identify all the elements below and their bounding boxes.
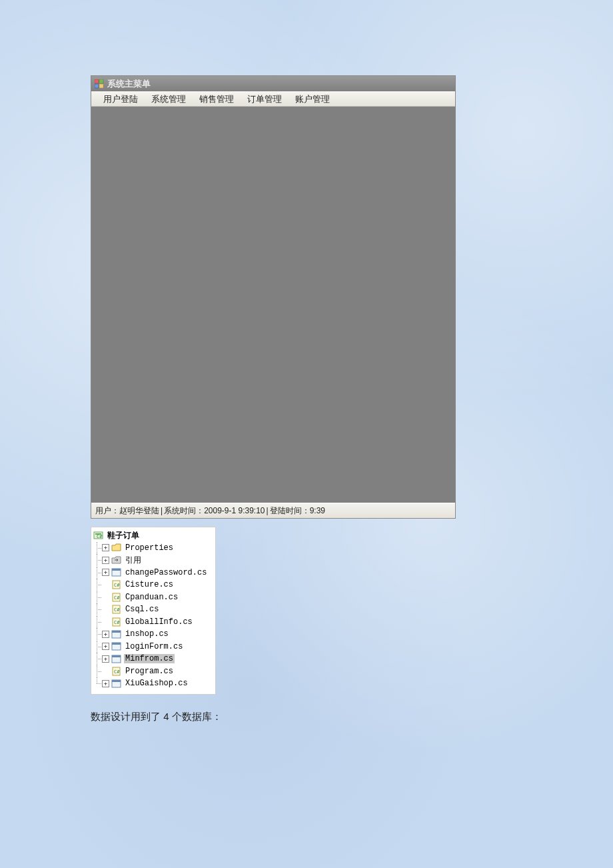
- svg-rect-3: [99, 84, 103, 88]
- tree-branch-line: [93, 554, 102, 566]
- svg-text:C#: C#: [114, 583, 120, 588]
- expand-placeholder: [102, 606, 109, 613]
- svg-text:C#: C#: [114, 595, 120, 601]
- tree-item-label: inshop.cs: [124, 629, 170, 639]
- tree-item[interactable]: C#Cisture.cs: [93, 579, 214, 591]
- tree-item-label: Cisture.cs: [124, 580, 175, 589]
- form-icon: [111, 642, 122, 651]
- tree-item-label: Minfrom.cs: [124, 654, 175, 663]
- window-title: 系统主菜单: [107, 78, 151, 90]
- tree-item-label: Properties: [124, 543, 175, 553]
- main-window: 系统主菜单 用户登陆 系统管理 销售管理 订单管理 账户管理 用户：赵明华登陆 …: [91, 75, 456, 519]
- cs-icon: C#: [111, 667, 122, 676]
- tree-item[interactable]: +Properties: [93, 542, 214, 555]
- tree-item-label: 引用: [124, 555, 143, 566]
- tree-root[interactable]: C# 鞋子订单: [93, 529, 214, 542]
- form-icon: [111, 629, 122, 639]
- folder-icon: [111, 543, 122, 553]
- status-user: 用户：赵明华登陆: [95, 505, 159, 517]
- tree-item[interactable]: +Minfrom.cs: [93, 653, 214, 665]
- menu-user-login[interactable]: 用户登陆: [97, 92, 145, 107]
- expand-placeholder: [102, 581, 109, 589]
- tree-item[interactable]: C#GloballInfo.cs: [93, 616, 214, 629]
- svg-rect-0: [95, 79, 99, 83]
- tree-branch-line: [93, 665, 102, 677]
- tree-item-label: Program.cs: [124, 667, 175, 676]
- form-icon: [111, 654, 122, 663]
- svg-text:C#: C#: [97, 534, 103, 539]
- window-icon: [94, 79, 105, 89]
- menu-sales-manage[interactable]: 销售管理: [193, 92, 241, 107]
- cs-icon: C#: [111, 605, 122, 614]
- tree-item-label: GloballInfo.cs: [124, 617, 194, 627]
- cs-icon: C#: [111, 617, 122, 627]
- tree-branch-line: [93, 653, 102, 665]
- tree-item-label: changePassword.cs: [124, 568, 208, 577]
- svg-rect-20: [112, 643, 121, 645]
- expand-icon[interactable]: +: [102, 655, 109, 663]
- tree-branch-line: [93, 603, 102, 615]
- svg-text:C#: C#: [114, 607, 120, 613]
- svg-rect-26: [112, 680, 121, 682]
- status-sep: |: [267, 506, 269, 515]
- tree-item[interactable]: C#Csql.cs: [93, 603, 214, 616]
- tree-branch-line: [93, 567, 102, 579]
- ref-icon: [111, 555, 122, 565]
- tree-branch-line: [93, 616, 102, 628]
- expand-placeholder: [102, 593, 109, 601]
- body-text: 数据设计用到了 4 个数据库：: [91, 711, 222, 723]
- form-icon: [111, 679, 122, 688]
- tree-branch-line: [93, 591, 102, 603]
- tree-item[interactable]: +引用: [93, 554, 214, 567]
- menu-bar: 用户登陆 系统管理 销售管理 订单管理 账户管理: [91, 91, 455, 107]
- mdi-client-area: [91, 107, 455, 503]
- tree-item-label: Cpanduan.cs: [124, 593, 179, 602]
- expand-placeholder: [102, 667, 109, 675]
- status-systime: 系统时间：2009-9-1 9:39:10: [164, 505, 265, 517]
- expand-icon[interactable]: +: [102, 631, 109, 638]
- tree-branch-line: [93, 641, 102, 653]
- form-icon: [111, 568, 122, 577]
- tree-root-label: 鞋子订单: [106, 530, 141, 541]
- status-sep: |: [161, 506, 163, 515]
- tree-item[interactable]: +changePassword.cs: [93, 567, 214, 579]
- tree-item-label: loginForm.cs: [124, 642, 184, 651]
- tree-item[interactable]: +XiuGaishop.cs: [93, 677, 214, 690]
- expand-icon[interactable]: +: [102, 643, 109, 650]
- tree-item[interactable]: C#Program.cs: [93, 665, 214, 678]
- svg-text:C#: C#: [114, 669, 120, 675]
- tree-branch-line: [93, 677, 102, 689]
- expand-placeholder: [102, 618, 109, 625]
- solution-explorer: C# 鞋子订单 +Properties+引用+changePassword.cs…: [91, 527, 216, 695]
- tree-item-label: XiuGaishop.cs: [124, 679, 189, 688]
- menu-account-manage[interactable]: 账户管理: [289, 92, 336, 107]
- status-bar: 用户：赵明华登陆 | 系统时间：2009-9-1 9:39:10 | 登陆时间：…: [91, 503, 455, 518]
- status-logintime: 登陆时间：9:39: [270, 505, 325, 517]
- expand-icon[interactable]: +: [102, 544, 109, 551]
- tree-item[interactable]: +loginForm.cs: [93, 641, 214, 653]
- menu-order-manage[interactable]: 订单管理: [241, 92, 289, 107]
- tree-branch-line: [93, 542, 102, 554]
- expand-icon[interactable]: +: [102, 557, 109, 564]
- expand-icon[interactable]: +: [102, 569, 109, 576]
- tree-item[interactable]: C#Cpanduan.cs: [93, 591, 214, 604]
- tree-branch-line: [93, 579, 102, 591]
- menu-system-manage[interactable]: 系统管理: [145, 92, 193, 107]
- project-icon: C#: [93, 531, 104, 540]
- svg-text:C#: C#: [114, 620, 120, 625]
- tree-item-label: Csql.cs: [124, 605, 160, 614]
- svg-rect-18: [112, 631, 121, 633]
- tree-item[interactable]: +inshop.cs: [93, 628, 214, 641]
- svg-rect-8: [112, 569, 121, 571]
- svg-rect-2: [95, 84, 99, 88]
- cs-icon: C#: [111, 593, 122, 602]
- title-bar[interactable]: 系统主菜单: [91, 76, 455, 91]
- tree-branch-line: [93, 628, 102, 640]
- svg-rect-22: [112, 655, 121, 657]
- expand-icon[interactable]: +: [102, 680, 109, 687]
- svg-rect-1: [99, 79, 103, 83]
- cs-icon: C#: [111, 580, 122, 589]
